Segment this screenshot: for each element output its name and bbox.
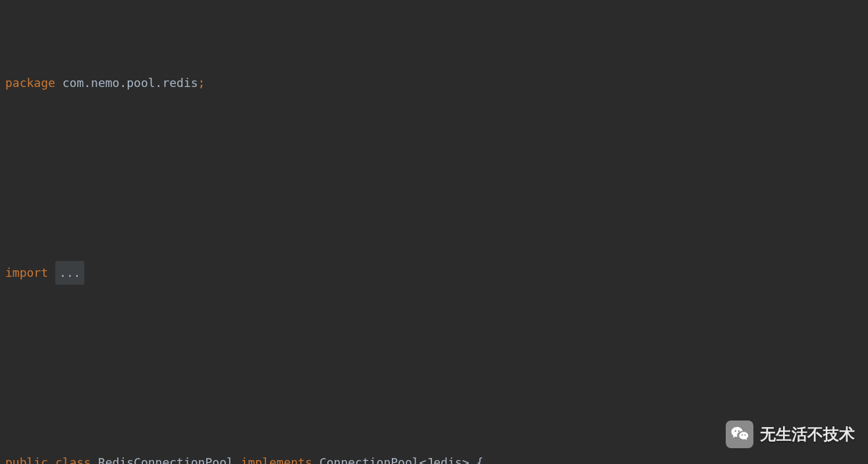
code-line: import ...	[5, 261, 868, 285]
package-name: com.nemo.pool.redis	[63, 76, 198, 90]
class-name: RedisConnectionPool	[98, 455, 234, 464]
code-line	[5, 166, 868, 190]
code-line: public class RedisConnectionPool impleme…	[5, 451, 868, 464]
code-line	[5, 356, 868, 380]
keyword-package: package	[5, 76, 55, 90]
code-editor[interactable]: package com.nemo.pool.redis; import ... …	[0, 0, 868, 464]
code-line: package com.nemo.pool.redis;	[5, 71, 868, 95]
folded-imports[interactable]: ...	[55, 261, 85, 285]
keyword-import: import	[5, 266, 48, 279]
